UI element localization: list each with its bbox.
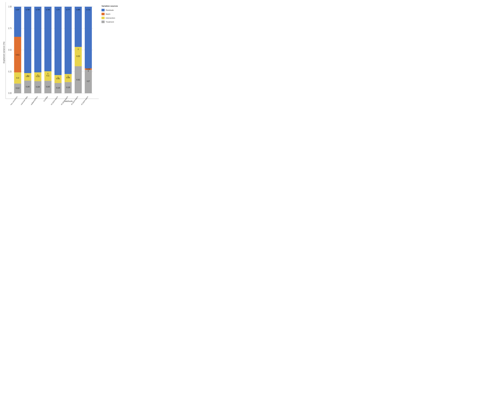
legend-item-intersection: Intersection [102,17,123,19]
intersection-swatch [102,17,105,19]
legend-label-intersection: Intersection [106,17,115,19]
legend-item-batch: Batch [102,13,123,15]
svg-text:0.75: 0.75 [8,27,12,30]
svg-text:0: 0 [27,75,28,77]
svg-text:0: 0 [37,74,38,76]
legend-label-residuals: Residuals [106,9,114,11]
svg-text:0.714: 0.714 [86,9,90,11]
svg-text:0.119: 0.119 [56,87,60,89]
svg-text:1.00: 1.00 [8,5,12,8]
svg-text:0: 0 [48,73,48,75]
svg-text:0.129: 0.129 [66,86,70,89]
svg-text:0.27: 0.27 [87,80,90,83]
bar4-residuals [44,7,52,71]
svg-text:0.016: 0.016 [86,68,90,70]
bar6-residuals [65,7,72,74]
svg-text:0.746: 0.746 [46,9,50,11]
bar5-residuals [54,7,62,75]
bar1-residuals [14,7,21,37]
svg-text:0.777: 0.777 [66,9,70,11]
bar8-residuals [85,7,92,68]
bar7-residuals [75,7,82,47]
svg-text:0.11: 0.11 [47,75,49,77]
svg-text:0.768: 0.768 [26,9,30,11]
svg-text:0.222: 0.222 [76,55,80,57]
svg-text:0.00: 0.00 [8,92,12,95]
svg-text:0.50: 0.50 [8,49,12,51]
legend-item-treatment: Treatment [102,21,123,23]
plot-area: 0.00 0.25 0.50 0.75 1.00 [6,2,99,99]
y-axis-label: Explained variance (%) [1,2,6,103]
svg-text:0.466: 0.466 [76,9,80,11]
legend-label-treatment: Treatment [106,21,114,23]
svg-text:0.312: 0.312 [76,78,80,81]
svg-text:0.25: 0.25 [8,70,12,73]
svg-text:0.145: 0.145 [26,85,30,88]
svg-text:0.411: 0.411 [16,54,20,56]
legend-label-batch: Batch [106,13,110,15]
bar3-residuals [34,7,42,72]
legend-title: Variation sources [102,5,123,7]
svg-text:0.79: 0.79 [57,9,60,11]
chart-container: Explained variance (%) 0 [1,2,125,103]
svg-text:0.759: 0.759 [36,9,40,11]
svg-text:0.139: 0.139 [36,86,40,88]
svg-text:0.13: 0.13 [16,77,19,79]
svg-text:0.112: 0.112 [16,87,20,89]
svg-text:0: 0 [78,48,79,51]
svg-text:0: 0 [58,76,58,79]
svg-text:0.143: 0.143 [46,85,50,88]
svg-text:0: 0 [88,70,89,72]
svg-text:0.347: 0.347 [16,9,20,11]
treatment-swatch [102,21,105,23]
svg-text:0: 0 [68,75,69,78]
batch-swatch [102,13,105,15]
bar2-residuals [24,7,31,73]
legend-item-residuals: Residuals [102,9,123,11]
residuals-swatch [102,9,105,11]
legend: Variation sources Residuals Batch Inters… [99,2,125,99]
